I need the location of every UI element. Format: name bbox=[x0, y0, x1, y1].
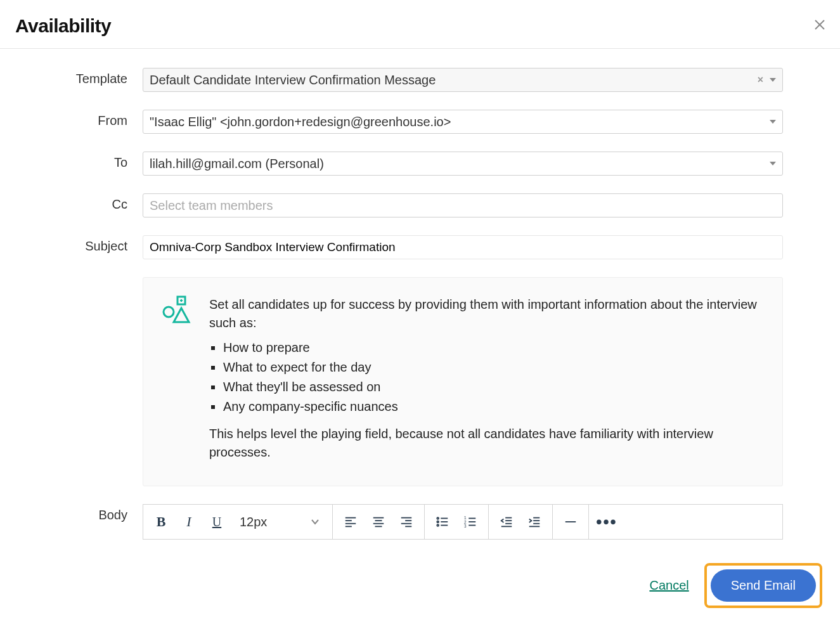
from-select[interactable]: "Isaac Ellig" <john.gordon+redesign@gree… bbox=[143, 110, 783, 134]
subject-label: Subject bbox=[25, 235, 143, 254]
to-row: To lilah.hill@gmail.com (Personal) bbox=[25, 152, 783, 176]
chevron-down-icon bbox=[770, 120, 776, 124]
align-left-button[interactable] bbox=[338, 509, 363, 535]
info-row: Set all candidates up for success by pro… bbox=[25, 277, 783, 486]
template-row: Template Default Candidate Interview Con… bbox=[25, 68, 783, 92]
close-icon[interactable] bbox=[815, 20, 825, 33]
more-options-button[interactable]: ••• bbox=[594, 509, 619, 535]
guidance-item: What they'll be assessed on bbox=[223, 378, 765, 396]
bold-button[interactable]: B bbox=[148, 509, 174, 535]
to-label: To bbox=[25, 152, 143, 170]
guidance-item: How to prepare bbox=[223, 339, 765, 357]
guidance-item: What to expect for the day bbox=[223, 358, 765, 377]
clear-template-icon[interactable]: × bbox=[758, 74, 763, 86]
shapes-icon bbox=[161, 295, 191, 326]
italic-button[interactable]: I bbox=[176, 509, 202, 535]
svg-point-5 bbox=[164, 307, 174, 317]
guidance-panel: Set all candidates up for success by pro… bbox=[143, 277, 783, 486]
dialog-header: Availability bbox=[0, 0, 840, 49]
guidance-list: How to prepare What to expect for the da… bbox=[209, 339, 765, 416]
font-size-select[interactable]: 12px bbox=[232, 515, 327, 529]
outdent-button[interactable] bbox=[494, 509, 519, 535]
cc-row: Cc bbox=[25, 193, 783, 217]
to-select[interactable]: lilah.hill@gmail.com (Personal) bbox=[143, 152, 783, 176]
cc-input[interactable] bbox=[143, 193, 783, 217]
guidance-item: Any company-specific nuances bbox=[223, 398, 765, 416]
editor-toolbar: B I U 12px bbox=[143, 504, 783, 540]
template-label: Template bbox=[25, 68, 143, 86]
body-label: Body bbox=[25, 504, 143, 522]
svg-point-21 bbox=[437, 524, 439, 526]
more-icon: ••• bbox=[596, 512, 617, 532]
guidance-intro: Set all candidates up for success by pro… bbox=[209, 295, 765, 332]
indent-button[interactable] bbox=[522, 509, 547, 535]
svg-text:3: 3 bbox=[464, 524, 467, 528]
subject-row: Subject bbox=[25, 235, 783, 259]
align-right-button[interactable] bbox=[394, 509, 419, 535]
underline-button[interactable]: U bbox=[204, 509, 229, 535]
from-label: From bbox=[25, 110, 143, 128]
body-row: Body B I U 12px bbox=[25, 504, 783, 540]
chevron-down-icon bbox=[311, 515, 320, 529]
dialog-title: Availability bbox=[15, 15, 111, 37]
from-value: "Isaac Ellig" <john.gordon+redesign@gree… bbox=[150, 115, 770, 129]
chevron-down-icon bbox=[770, 78, 776, 82]
to-value: lilah.hill@gmail.com (Personal) bbox=[150, 157, 770, 171]
ordered-list-button[interactable]: 123 bbox=[458, 509, 483, 535]
cc-label: Cc bbox=[25, 193, 143, 212]
subject-input[interactable] bbox=[143, 235, 783, 259]
svg-point-20 bbox=[437, 521, 439, 523]
template-select[interactable]: Default Candidate Interview Confirmation… bbox=[143, 68, 783, 92]
template-value: Default Candidate Interview Confirmation… bbox=[150, 73, 758, 87]
email-form: Template Default Candidate Interview Con… bbox=[0, 49, 840, 540]
guidance-outro: This helps level the playing field, beca… bbox=[209, 425, 765, 462]
guidance-text: Set all candidates up for success by pro… bbox=[209, 295, 765, 468]
unordered-list-button[interactable] bbox=[430, 509, 455, 535]
font-size-value: 12px bbox=[240, 515, 267, 529]
svg-marker-6 bbox=[174, 308, 189, 322]
chevron-down-icon bbox=[770, 162, 776, 165]
from-row: From "Isaac Ellig" <john.gordon+redesign… bbox=[25, 110, 783, 134]
align-center-button[interactable] bbox=[366, 509, 391, 535]
svg-point-19 bbox=[437, 517, 439, 519]
horizontal-rule-button[interactable] bbox=[558, 509, 583, 535]
